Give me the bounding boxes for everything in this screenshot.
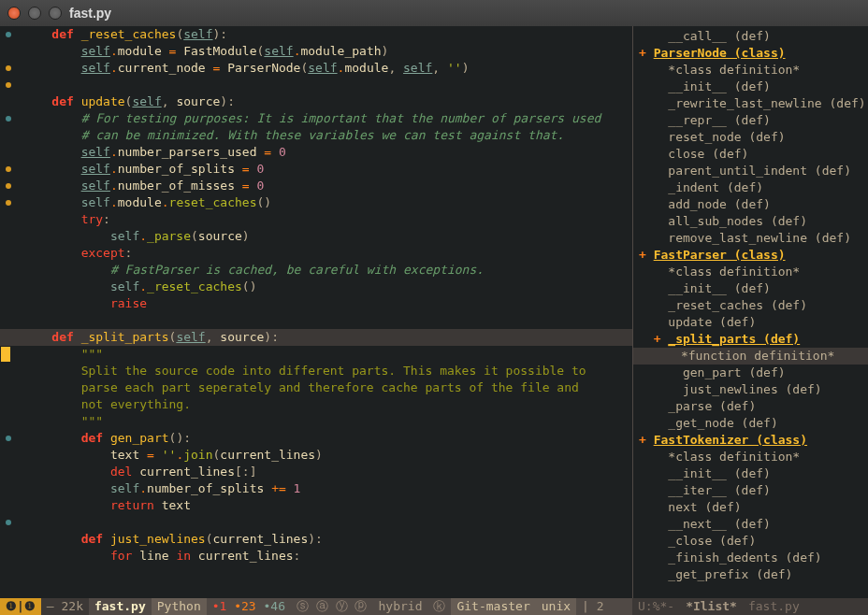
outline-item[interactable]: all_sub_nodes (def) xyxy=(633,213,868,230)
outline-item[interactable]: remove_last_newline (def) xyxy=(633,230,868,247)
outline-item[interactable]: update (def) xyxy=(633,314,868,331)
code-line[interactable]: self.current_node = ParserNode(self.modu… xyxy=(22,60,629,77)
code-line[interactable]: not everything. xyxy=(22,396,629,413)
outline-item[interactable]: __call__ (def) xyxy=(633,28,868,45)
ml-r-fname: fast.py xyxy=(743,598,805,615)
outline-item[interactable]: next (def) xyxy=(633,499,868,516)
outline-item[interactable]: _finish_dedents (def) xyxy=(633,550,868,566)
outline-item[interactable]: parent_until_indent (def) xyxy=(633,163,868,179)
outline-item[interactable]: *class definition* xyxy=(633,449,868,465)
outline-item[interactable]: __init__ (def) xyxy=(633,465,868,482)
modeline-left: ❶|❶ – 22k fast.py Python •1 •23 •46 ⓢ ⓐ … xyxy=(0,598,632,615)
editor-pane[interactable]: def _reset_caches(self): self.module = F… xyxy=(0,26,632,598)
ml-filesize: – 22k xyxy=(41,598,89,615)
outline-item[interactable]: _parse (def) xyxy=(633,398,868,415)
code-line[interactable]: for line in current_lines: xyxy=(22,548,629,565)
code-line[interactable]: self.module = FastModule(self.module_pat… xyxy=(22,43,629,60)
code-line[interactable]: text = ''.join(current_lines) xyxy=(22,447,629,464)
outline-cursor-mark xyxy=(632,349,633,362)
outline-item[interactable]: _reset_caches (def) xyxy=(633,297,868,314)
code-line[interactable]: self.number_parsers_used = 0 xyxy=(22,144,629,161)
outline-item[interactable]: _rewrite_last_newline (def) xyxy=(633,95,868,112)
code-line[interactable]: self._reset_caches() xyxy=(22,279,629,295)
code-line[interactable]: return text xyxy=(22,497,629,514)
code-line[interactable]: raise xyxy=(22,295,629,312)
gutter-mark-icon xyxy=(6,200,11,206)
gutter-mark-icon xyxy=(6,436,11,441)
ml-hybrid: hybrid xyxy=(373,598,428,615)
editor-code[interactable]: def _reset_caches(self): self.module = F… xyxy=(22,26,629,565)
code-line[interactable]: def update(self, source): xyxy=(22,93,629,110)
outline-item[interactable]: *function definition* xyxy=(633,348,868,365)
ml-r-prefix: U:%*- xyxy=(632,598,680,615)
code-line[interactable]: """ xyxy=(22,346,629,363)
ml-flycheck: •1 •23 •46 xyxy=(207,598,291,615)
code-line[interactable] xyxy=(22,312,629,329)
gutter-mark-icon xyxy=(6,116,11,122)
window-maximize-button[interactable] xyxy=(49,7,62,20)
outline-item[interactable]: _get_prefix (def) xyxy=(633,566,868,583)
gutter-mark-icon xyxy=(6,82,11,88)
outline-item[interactable]: __repr__ (def) xyxy=(633,112,868,129)
gutter-mark-icon xyxy=(6,520,11,525)
code-line[interactable]: def _split_parts(self, source): xyxy=(0,329,632,346)
ml-r-buffer: *Ilist* xyxy=(680,598,743,615)
outline-item[interactable]: __init__ (def) xyxy=(633,280,868,297)
outline-item[interactable]: __init__ (def) xyxy=(633,79,868,95)
code-line[interactable]: # FastParser is cached, be careful with … xyxy=(22,262,629,279)
code-line[interactable]: try: xyxy=(22,211,629,228)
outline-item[interactable]: *class definition* xyxy=(633,62,868,79)
outline-item[interactable]: gen_part (def) xyxy=(633,365,868,381)
gutter-cursor xyxy=(1,347,10,362)
outline-item[interactable]: __next__ (def) xyxy=(633,516,868,533)
outline-item[interactable]: close (def) xyxy=(633,146,868,163)
modeline-right: U:%*- *Ilist* fast.py xyxy=(632,598,868,615)
outline-item[interactable]: add_node (def) xyxy=(633,196,868,213)
ml-major-mode: Python xyxy=(152,598,207,615)
window-close-button[interactable] xyxy=(7,7,21,20)
ml-encoding: unix xyxy=(536,598,576,615)
outline-item[interactable]: reset_node (def) xyxy=(633,129,868,146)
code-line[interactable]: self.number_of_splits += 1 xyxy=(22,480,629,497)
outline-pane[interactable]: __call__ (def)+ ParserNode (class) *clas… xyxy=(632,26,868,598)
window-titlebar: fast.py xyxy=(0,0,868,26)
code-line[interactable]: except: xyxy=(22,245,629,262)
code-line[interactable]: del current_lines[:] xyxy=(22,464,629,480)
outline-item[interactable]: __iter__ (def) xyxy=(633,482,868,499)
ml-git: Git-master xyxy=(451,598,535,615)
gutter-mark-icon xyxy=(6,183,11,189)
code-line[interactable] xyxy=(22,77,629,93)
window-title: fast.py xyxy=(69,6,111,21)
ml-k-icon: ⓚ xyxy=(427,598,451,615)
outline-item[interactable]: + FastParser (class) xyxy=(633,247,868,264)
window-minimize-button[interactable] xyxy=(28,7,41,20)
gutter-mark-icon xyxy=(6,65,11,71)
ml-indicator: ❶|❶ xyxy=(0,598,41,615)
code-line[interactable]: self.number_of_splits = 0 xyxy=(22,161,629,178)
code-line[interactable]: Split the source code into different par… xyxy=(22,363,629,379)
code-line[interactable]: parse each part seperately and therefore… xyxy=(22,379,629,396)
code-line[interactable]: # can be minimized. With these variables… xyxy=(22,127,629,144)
code-line[interactable]: def just_newlines(current_lines): xyxy=(22,531,629,548)
outline-item[interactable]: _indent (def) xyxy=(633,179,868,196)
outline-item[interactable]: _get_node (def) xyxy=(633,415,868,432)
ml-position: | 2 xyxy=(576,598,609,615)
code-line[interactable]: self.number_of_misses = 0 xyxy=(22,178,629,194)
outline-item[interactable]: *class definition* xyxy=(633,264,868,280)
code-line[interactable]: self.module.reset_caches() xyxy=(22,194,629,211)
outline-item[interactable]: just_newlines (def) xyxy=(633,381,868,398)
code-line[interactable]: def _reset_caches(self): xyxy=(22,26,629,43)
ml-minor-icons: ⓢ ⓐ ⓨ ⓟ xyxy=(291,598,372,615)
ml-filename: fast.py xyxy=(89,598,152,615)
code-line[interactable]: # For testing purposes: It is important … xyxy=(22,110,629,127)
outline-item[interactable]: + FastTokenizer (class) xyxy=(633,432,868,449)
code-line[interactable]: self._parse(source) xyxy=(22,228,629,245)
code-line[interactable]: """ xyxy=(22,413,629,430)
code-line[interactable] xyxy=(22,514,629,531)
gutter-mark-icon xyxy=(6,166,11,172)
outline-item[interactable]: + ParserNode (class) xyxy=(633,45,868,62)
outline-item[interactable]: _close (def) xyxy=(633,533,868,550)
code-line[interactable]: def gen_part(): xyxy=(22,430,629,447)
outline-item[interactable]: + _split_parts (def) xyxy=(633,331,868,348)
gutter-mark-icon xyxy=(6,32,11,37)
